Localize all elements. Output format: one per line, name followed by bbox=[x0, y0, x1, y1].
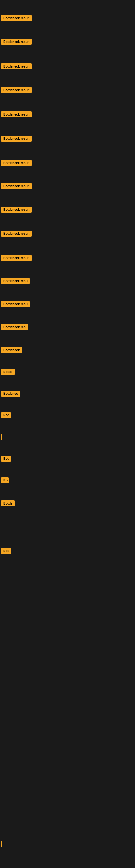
bottleneck-item: Bottleneck bbox=[1, 347, 22, 354]
bottleneck-item: Bottleneck result bbox=[1, 230, 32, 238]
bottleneck-item: Bottleneck result bbox=[1, 135, 32, 143]
bottleneck-item: Bottleneck res bbox=[1, 324, 28, 331]
bottleneck-badge: Bottleneck bbox=[1, 347, 22, 353]
bottleneck-badge: Bottleneck resu bbox=[1, 278, 30, 284]
bottleneck-badge: Bottleneck result bbox=[1, 230, 32, 237]
bottleneck-item: Bo bbox=[1, 477, 9, 485]
bottleneck-badge: Bottle bbox=[1, 369, 14, 375]
bottleneck-badge: Bottlenec bbox=[1, 391, 20, 397]
bottleneck-badge: Bottleneck result bbox=[1, 15, 32, 21]
bottleneck-item: Bot bbox=[1, 456, 11, 463]
bottleneck-badge: Bottleneck result bbox=[1, 207, 32, 213]
bottleneck-badge: Bottleneck result bbox=[1, 112, 32, 118]
bottleneck-item: Bottle bbox=[1, 369, 14, 376]
bottleneck-item: Bottleneck result bbox=[1, 183, 32, 190]
bottleneck-badge: Bottleneck res bbox=[1, 324, 28, 330]
bottleneck-item: Bottleneck resu bbox=[1, 278, 30, 285]
bottleneck-item: Bottleneck result bbox=[1, 207, 32, 214]
bottleneck-item: Bottleneck result bbox=[1, 63, 32, 70]
bottleneck-item: Bottleneck resu bbox=[1, 301, 30, 308]
bottleneck-item: Bottleneck result bbox=[1, 87, 32, 94]
bottleneck-badge: Bot bbox=[1, 548, 11, 554]
bottleneck-item: Bottleneck result bbox=[1, 160, 32, 167]
bottleneck-item: Bottleneck result bbox=[1, 39, 32, 46]
bottleneck-item: Bottle bbox=[1, 500, 14, 507]
cursor-indicator bbox=[1, 841, 2, 847]
cursor-indicator bbox=[1, 434, 2, 440]
bottleneck-badge: Bottleneck result bbox=[1, 87, 32, 93]
bottleneck-badge: Bottleneck result bbox=[1, 255, 32, 261]
bottleneck-item: Bottleneck result bbox=[1, 15, 32, 22]
site-title bbox=[0, 0, 135, 3]
bottleneck-badge: Bottleneck result bbox=[1, 63, 32, 69]
bottleneck-badge: Bot bbox=[1, 412, 11, 418]
bottleneck-item: Bottleneck result bbox=[1, 255, 32, 262]
bottleneck-badge: Bottleneck resu bbox=[1, 301, 30, 307]
bottleneck-badge: Bot bbox=[1, 456, 11, 462]
bottleneck-item bbox=[1, 434, 2, 441]
bottleneck-item: Bot bbox=[1, 412, 11, 420]
bottleneck-item: Bottleneck result bbox=[1, 112, 32, 119]
bottleneck-badge: Bottleneck result bbox=[1, 160, 32, 166]
bottleneck-badge: Bo bbox=[1, 477, 9, 484]
page-container: Bottleneck resultBottleneck resultBottle… bbox=[0, 0, 135, 868]
bottleneck-item: Bot bbox=[1, 548, 11, 555]
bottleneck-badge: Bottleneck result bbox=[1, 39, 32, 45]
bottleneck-badge: Bottle bbox=[1, 500, 14, 506]
bottleneck-badge: Bottleneck result bbox=[1, 135, 32, 142]
bottleneck-badge: Bottleneck result bbox=[1, 183, 32, 189]
bottleneck-item bbox=[1, 841, 2, 848]
bottleneck-item: Bottlenec bbox=[1, 391, 20, 398]
